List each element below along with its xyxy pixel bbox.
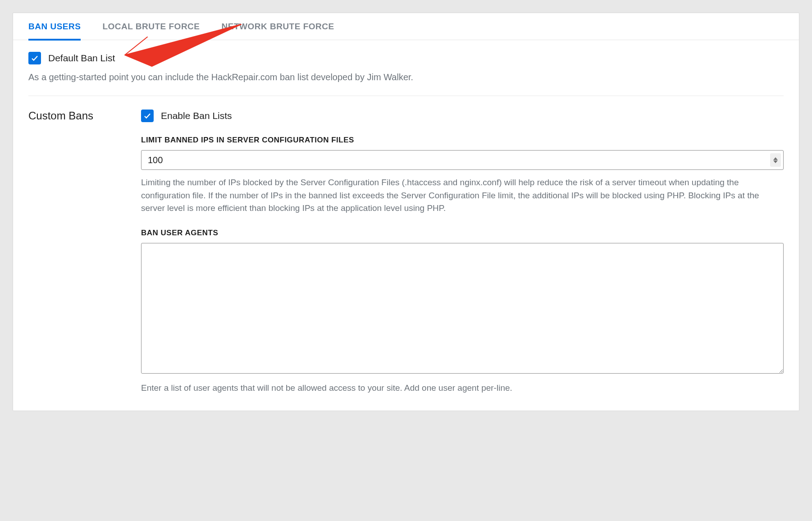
default-ban-label: Default Ban List: [48, 53, 115, 64]
enable-ban-row: Enable Ban Lists: [141, 110, 784, 122]
chevron-down-icon: [773, 160, 778, 163]
limit-ips-label: LIMIT BANNED IPS IN SERVER CONFIGURATION…: [141, 136, 784, 145]
custom-bans-body: Enable Ban Lists LIMIT BANNED IPS IN SER…: [141, 110, 784, 394]
panel-body: Default Ban List As a getting-started po…: [13, 40, 799, 411]
section-divider: [28, 96, 784, 96]
number-stepper[interactable]: [770, 153, 781, 167]
ban-agents-description: Enter a list of user agents that will no…: [141, 382, 784, 395]
enable-ban-label: Enable Ban Lists: [161, 110, 232, 121]
tab-ban-users[interactable]: BAN USERS: [28, 13, 81, 40]
custom-bans-title: Custom Bans: [28, 110, 123, 394]
settings-panel: BAN USERS LOCAL BRUTE FORCE NETWORK BRUT…: [13, 13, 799, 411]
default-ban-help: As a getting-started point you can inclu…: [28, 71, 784, 84]
ban-agents-label: BAN USER AGENTS: [141, 229, 784, 238]
custom-bans-section: Custom Bans Enable Ban Lists LIMIT BANNE…: [28, 110, 784, 394]
tab-local-brute-force[interactable]: LOCAL BRUTE FORCE: [102, 13, 200, 40]
tab-network-brute-force[interactable]: NETWORK BRUTE FORCE: [222, 13, 334, 40]
default-ban-row: Default Ban List: [28, 52, 784, 64]
check-icon: [31, 54, 39, 62]
check-icon: [143, 112, 151, 120]
chevron-up-icon: [773, 157, 778, 160]
limit-ips-description: Limiting the number of IPs blocked by th…: [141, 176, 784, 215]
tabs-bar: BAN USERS LOCAL BRUTE FORCE NETWORK BRUT…: [13, 13, 799, 40]
limit-ips-input[interactable]: [141, 150, 784, 170]
limit-ips-input-wrap: [141, 150, 784, 170]
enable-ban-checkbox[interactable]: [141, 110, 154, 122]
ban-agents-textarea[interactable]: [141, 243, 784, 374]
default-ban-checkbox[interactable]: [28, 52, 41, 64]
